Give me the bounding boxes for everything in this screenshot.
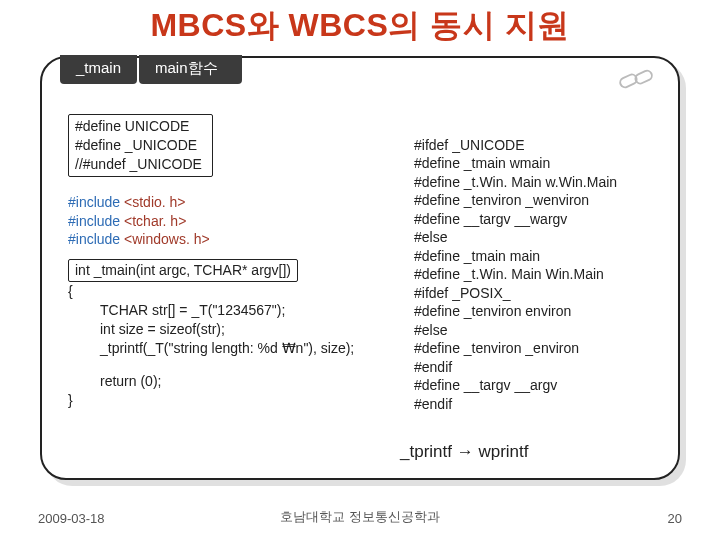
r4: #define _tenviron _wenviron <box>414 191 617 209</box>
r2: #define _tmain wmain <box>414 154 617 172</box>
code-left: #define UNICODE #define _UNICODE //#unde… <box>68 114 354 410</box>
open-brace: { <box>68 282 354 301</box>
r6: #else <box>414 228 617 246</box>
r5: #define __targv __wargv <box>414 210 617 228</box>
link-icon <box>618 64 656 98</box>
r1: #ifdef _UNICODE <box>414 136 617 154</box>
func-sig: int _tmain(int argc, TCHAR* argv[]) <box>68 259 298 282</box>
r12: #define _tenviron _environ <box>414 339 617 357</box>
close-brace: } <box>68 391 354 410</box>
r9: #ifdef _POSIX_ <box>414 284 617 302</box>
inc3: #include <windows. h> <box>68 230 354 249</box>
footer-page: 20 <box>668 511 682 526</box>
line3: _tprintf(_T("string length: %d ₩n"), siz… <box>68 339 354 358</box>
r8: #define _t.Win. Main Win.Main <box>414 265 617 283</box>
tabs: _tmain main함수 <box>60 55 244 84</box>
code-right: #ifdef _UNICODE #define _tmain wmain #de… <box>414 136 617 413</box>
tab-main: main함수 <box>139 55 242 84</box>
r14: #define __targv __argv <box>414 376 617 394</box>
r7: #define _tmain main <box>414 247 617 265</box>
slide-title: MBCS와 WBCS의 동시 지원 <box>0 0 720 48</box>
inc1: #include <stdio. h> <box>68 193 354 212</box>
inc2: #include <tchar. h> <box>68 212 354 231</box>
bottom-note: _tprintf → wprintf <box>400 442 529 462</box>
def1: #define UNICODE <box>75 117 202 136</box>
def2: #define _UNICODE <box>75 136 202 155</box>
r3: #define _t.Win. Main w.Win.Main <box>414 173 617 191</box>
r15: #endif <box>414 395 617 413</box>
define-box: #define UNICODE #define _UNICODE //#unde… <box>68 114 213 177</box>
r11: #else <box>414 321 617 339</box>
r10: #define _tenviron environ <box>414 302 617 320</box>
def3: //#undef _UNICODE <box>75 155 202 174</box>
content-frame: _tmain main함수 #define UNICODE #define _U… <box>40 56 680 480</box>
return: return (0); <box>68 372 354 391</box>
tab-tmain: _tmain <box>60 55 137 84</box>
line2: int size = sizeof(str); <box>68 320 354 339</box>
footer-center: 호남대학교 정보통신공학과 <box>0 508 720 526</box>
r13: #endif <box>414 358 617 376</box>
line1: TCHAR str[] = _T("1234567"); <box>68 301 354 320</box>
